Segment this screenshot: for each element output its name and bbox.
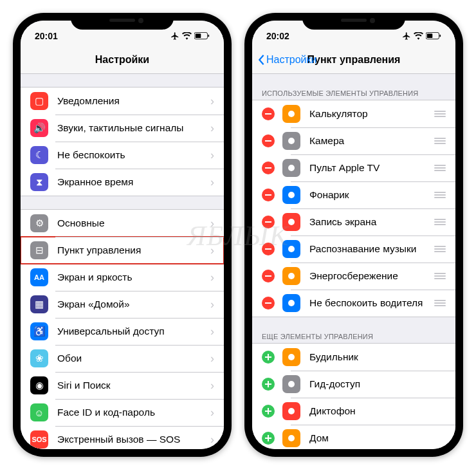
settings-row[interactable]: ❀Обои› (21, 345, 224, 372)
control-center-list[interactable]: ИСПОЛЬЗУЕМЫЕ ЭЛЕМЕНТЫ УПРАВЛЕНИЯКалькуля… (252, 74, 455, 449)
svg-point-21 (288, 300, 295, 306)
airplane-icon (170, 32, 179, 41)
chevron-right-icon: › (210, 433, 214, 447)
settings-row[interactable]: ▢Уведомления› (21, 88, 224, 115)
back-label: Настройки (266, 54, 316, 66)
control-row[interactable]: Не беспокоить водителя (252, 290, 455, 317)
drag-handle[interactable] (429, 273, 446, 279)
chevron-right-icon: › (210, 298, 214, 311)
remove-button[interactable] (262, 107, 275, 120)
drag-handle[interactable] (429, 192, 446, 198)
row-label: Обои (57, 353, 210, 364)
add-button[interactable] (262, 378, 275, 391)
back-button[interactable]: Настройки (257, 54, 316, 66)
row-label: Камера (309, 135, 429, 147)
control-row[interactable]: Камера (252, 127, 455, 154)
row-label: Дом (309, 432, 446, 444)
control-icon (282, 132, 300, 150)
status-bar: 20:02 (252, 21, 455, 46)
settings-row[interactable]: ⊟Пункт управления› (21, 237, 224, 264)
control-row[interactable]: Фонарик (252, 181, 455, 208)
settings-list[interactable]: ▢Уведомления›🔊Звуки, тактильные сигналы›… (21, 74, 224, 449)
status-time: 20:02 (266, 31, 289, 41)
svg-point-15 (288, 219, 295, 225)
phone-left: 20:01 Настройки ▢Уведомления›🔊Звуки, так… (13, 13, 232, 457)
drag-handle[interactable] (429, 246, 446, 252)
settings-row[interactable]: ⧗Экранное время› (21, 169, 224, 196)
control-row[interactable]: Калькулятор (252, 100, 455, 127)
row-label: Не беспокоить (57, 149, 210, 161)
drag-handle[interactable] (429, 300, 446, 306)
control-row[interactable]: Распознавание музыки (252, 236, 455, 263)
settings-row[interactable]: ◉Siri и Поиск› (21, 372, 224, 399)
control-row[interactable]: Гид-доступ (252, 371, 455, 398)
svg-point-17 (288, 246, 295, 252)
row-label: Запись экрана (309, 216, 429, 228)
control-row[interactable]: Запись экрана (252, 208, 455, 236)
remove-button[interactable] (262, 243, 275, 255)
settings-row[interactable]: ☺Face ID и код-пароль› (21, 399, 224, 426)
drag-handle[interactable] (429, 138, 446, 144)
svg-rect-4 (427, 33, 433, 38)
svg-rect-2 (208, 35, 209, 37)
row-label: Пункт управления (57, 245, 210, 256)
svg-point-13 (288, 192, 295, 198)
control-row[interactable]: Пульт Apple TV (252, 154, 455, 181)
nav-bar: Настройки Пункт управления (252, 46, 455, 74)
square-icon: ▢ (30, 92, 48, 110)
control-icon (282, 402, 300, 420)
control-row[interactable]: Дом (252, 425, 455, 449)
control-icon (282, 159, 300, 177)
svg-point-24 (288, 354, 295, 360)
remove-button[interactable] (262, 162, 275, 174)
control-row[interactable]: Будильник (252, 344, 455, 371)
section-header: ЕЩЕ ЭЛЕМЕНТЫ УПРАВЛЕНИЯ (252, 330, 455, 343)
drag-handle[interactable] (429, 165, 446, 171)
remove-button[interactable] (262, 216, 275, 228)
remove-button[interactable] (262, 297, 275, 309)
add-button[interactable] (262, 405, 275, 418)
svg-point-11 (288, 165, 295, 171)
row-label: Энергосбережение (309, 270, 429, 282)
settings-row[interactable]: 🔊Звуки, тактильные сигналы› (21, 115, 224, 142)
remove-button[interactable] (262, 189, 275, 201)
row-label: Звуки, тактильные сигналы (57, 122, 210, 134)
control-icon (282, 294, 300, 312)
settings-row[interactable]: SOSЭкстренный вызов — SOS› (21, 426, 224, 449)
chevron-right-icon: › (210, 217, 214, 230)
settings-row[interactable]: AAЭкран и яркость› (21, 264, 224, 291)
remove-button[interactable] (262, 134, 275, 147)
AA-icon: AA (30, 268, 48, 286)
svg-rect-6 (265, 113, 271, 115)
svg-rect-29 (265, 411, 271, 412)
control-row[interactable]: Диктофон (252, 398, 455, 425)
switches-icon: ⊟ (30, 241, 48, 259)
control-row[interactable]: Энергосбережение (252, 263, 455, 290)
add-button[interactable] (262, 432, 275, 445)
settings-row[interactable]: ♿Универсальный доступ› (21, 318, 224, 345)
remove-button[interactable] (262, 270, 275, 282)
page-title: Настройки (95, 54, 149, 66)
add-button[interactable] (262, 351, 275, 364)
row-label: Экранное время (57, 176, 210, 188)
status-icons (402, 32, 441, 41)
svg-rect-1 (196, 33, 201, 38)
drag-handle[interactable] (429, 111, 446, 117)
settings-row[interactable]: ☾Не беспокоить› (21, 142, 224, 169)
flower-icon: ❀ (30, 349, 48, 367)
row-label: Face ID и код-пароль (57, 407, 210, 418)
row-label: Экран «Домой» (57, 299, 210, 310)
settings-row[interactable]: ▦Экран «Домой»› (21, 291, 224, 318)
settings-row[interactable]: ⚙Основные› (21, 210, 224, 237)
row-label: Гид-доступ (309, 378, 446, 390)
battery-icon (194, 32, 210, 40)
control-icon (282, 105, 300, 123)
svg-rect-18 (265, 275, 271, 277)
row-label: Экстренный вызов — SOS (57, 434, 210, 445)
drag-handle[interactable] (429, 219, 446, 225)
row-label: Распознавание музыки (309, 243, 429, 255)
wifi-icon (182, 32, 192, 40)
speaker-icon: 🔊 (30, 119, 48, 137)
siri-icon: ◉ (30, 376, 48, 394)
row-label: Siri и Поиск (57, 380, 210, 391)
